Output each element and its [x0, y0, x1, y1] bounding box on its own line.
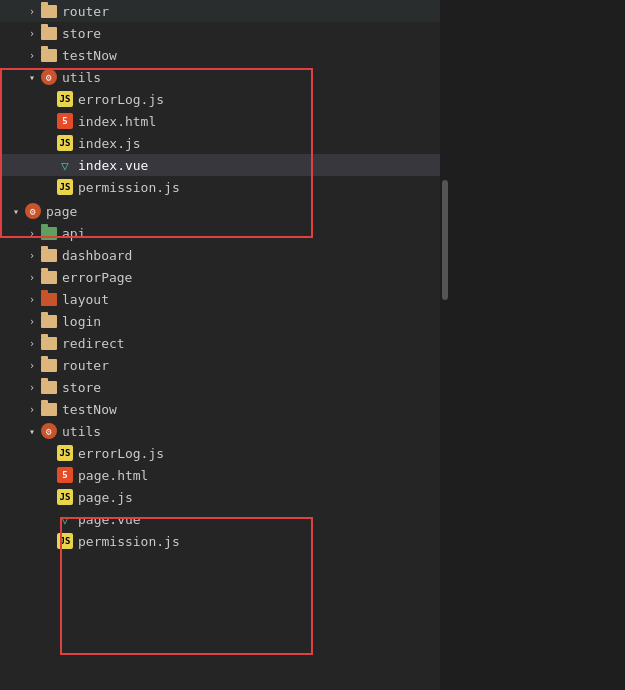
item-label: dashboard: [62, 248, 132, 263]
js-file-icon: JS: [56, 445, 74, 461]
arrow-icon: [24, 423, 40, 439]
arrow-icon: [24, 357, 40, 373]
tree-item-utils-top[interactable]: utils: [0, 66, 440, 88]
js-file-icon: JS: [56, 489, 74, 505]
arrow-spacer: [40, 91, 56, 107]
vue-file-icon: [56, 511, 74, 527]
item-label: utils: [62, 70, 101, 85]
item-label: errorLog.js: [78, 446, 164, 461]
folder-icon: [40, 25, 58, 41]
scrollbar-thumb[interactable]: [442, 180, 448, 300]
item-label: router: [62, 358, 109, 373]
item-label: page.html: [78, 468, 148, 483]
folder-icon: [40, 313, 58, 329]
utils-folder-icon: [40, 69, 58, 85]
vue-file-icon: [56, 157, 74, 173]
arrow-icon: [24, 225, 40, 241]
arrow-icon: [24, 291, 40, 307]
tree-item-index-js-top[interactable]: JS index.js: [0, 132, 440, 154]
arrow-spacer: [40, 445, 56, 461]
arrow-icon: [24, 47, 40, 63]
html-file-icon: 5: [56, 467, 74, 483]
item-label: store: [62, 26, 101, 41]
tree-item-page-html[interactable]: 5 page.html: [0, 464, 440, 486]
tree-item-redirect[interactable]: redirect: [0, 332, 440, 354]
arrow-icon: [24, 379, 40, 395]
item-label: redirect: [62, 336, 125, 351]
js-file-icon: JS: [56, 179, 74, 195]
arrow-spacer: [40, 157, 56, 173]
js-file-icon: JS: [56, 135, 74, 151]
item-label: testNow: [62, 48, 117, 63]
item-label: permission.js: [78, 534, 180, 549]
page-folder-icon: [24, 203, 42, 219]
item-label: api: [62, 226, 85, 241]
tree-item-login[interactable]: login: [0, 310, 440, 332]
arrow-spacer: [40, 179, 56, 195]
tree-item-page[interactable]: page: [0, 200, 440, 222]
item-label: page: [46, 204, 77, 219]
item-label: testNow: [62, 402, 117, 417]
arrow-icon: [24, 3, 40, 19]
folder-icon: [40, 335, 58, 351]
arrow-icon: [24, 401, 40, 417]
item-label: index.html: [78, 114, 156, 129]
tree-item-api[interactable]: api: [0, 222, 440, 244]
js-file-icon: JS: [56, 533, 74, 549]
tree-item-page-js[interactable]: JS page.js: [0, 486, 440, 508]
item-label: page.js: [78, 490, 133, 505]
item-label: page.vue: [78, 512, 141, 527]
tree-item-index-vue-top[interactable]: index.vue: [0, 154, 440, 176]
arrow-spacer: [40, 135, 56, 151]
tree-item-errorLog-page[interactable]: JS errorLog.js: [0, 442, 440, 464]
tree-item-errorPage[interactable]: errorPage: [0, 266, 440, 288]
tree-item-store-top[interactable]: store: [0, 22, 440, 44]
folder-red-icon: [40, 291, 58, 307]
tree-item-testNow-top[interactable]: testNow: [0, 44, 440, 66]
item-label: errorLog.js: [78, 92, 164, 107]
tree-item-index-html-top[interactable]: 5 index.html: [0, 110, 440, 132]
tree-item-testNow[interactable]: testNow: [0, 398, 440, 420]
arrow-icon: [24, 25, 40, 41]
arrow-icon: [24, 69, 40, 85]
tree-item-layout[interactable]: layout: [0, 288, 440, 310]
editor-area: [450, 0, 625, 690]
arrow-spacer: [40, 511, 56, 527]
item-label: permission.js: [78, 180, 180, 195]
arrow-spacer: [40, 467, 56, 483]
js-file-icon: JS: [56, 91, 74, 107]
utils-folder-icon: [40, 423, 58, 439]
tree-item-store[interactable]: store: [0, 376, 440, 398]
item-label: index.vue: [78, 158, 148, 173]
arrow-spacer: [40, 113, 56, 129]
folder-icon: [40, 357, 58, 373]
arrow-spacer: [40, 489, 56, 505]
folder-icon: [40, 3, 58, 19]
html-file-icon: 5: [56, 113, 74, 129]
tree-item-permission-top[interactable]: JS permission.js: [0, 176, 440, 198]
tree-item-utils[interactable]: utils: [0, 420, 440, 442]
tree-item-page-vue[interactable]: page.vue: [0, 508, 440, 530]
arrow-icon: [24, 335, 40, 351]
folder-icon: [40, 401, 58, 417]
item-label: store: [62, 380, 101, 395]
tree-item-router-top[interactable]: router: [0, 0, 440, 22]
item-label: index.js: [78, 136, 141, 151]
tree-item-router[interactable]: router: [0, 354, 440, 376]
item-label: utils: [62, 424, 101, 439]
folder-icon: [40, 247, 58, 263]
item-label: router: [62, 4, 109, 19]
tree-item-dashboard[interactable]: dashboard: [0, 244, 440, 266]
folder-icon: [40, 47, 58, 63]
tree-item-errorLog-top[interactable]: JS errorLog.js: [0, 88, 440, 110]
item-label: layout: [62, 292, 109, 307]
arrow-icon: [24, 269, 40, 285]
file-explorer: router store testNow utils JS errorLog.j…: [0, 0, 440, 690]
tree-item-permission-page[interactable]: JS permission.js: [0, 530, 440, 552]
arrow-icon: [24, 247, 40, 263]
item-label: errorPage: [62, 270, 132, 285]
arrow-icon: [24, 313, 40, 329]
folder-green-icon: [40, 225, 58, 241]
folder-icon: [40, 379, 58, 395]
scrollbar[interactable]: [440, 0, 450, 690]
